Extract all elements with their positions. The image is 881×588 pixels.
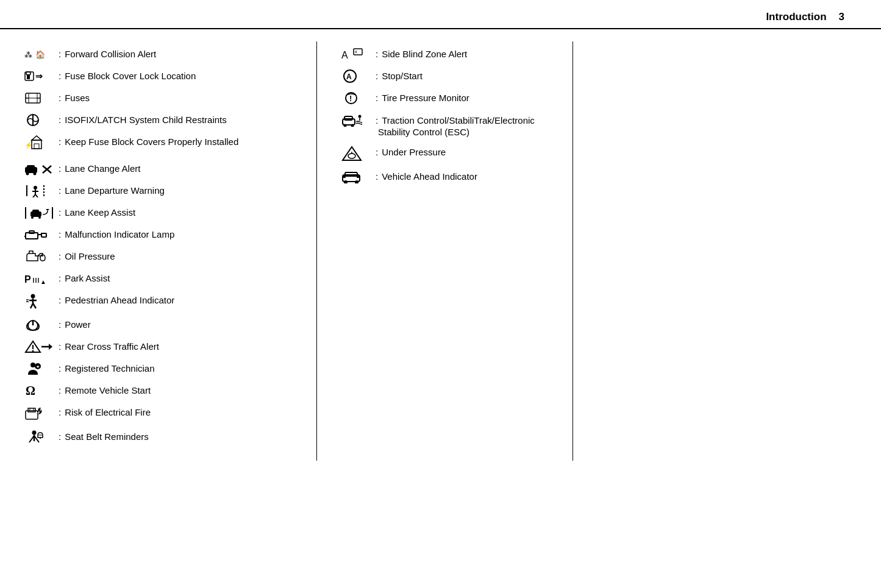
header-title: Introduction bbox=[766, 11, 826, 23]
fuse-block-cover-lock-label: Fuse Block Cover Lock Location bbox=[65, 69, 196, 82]
list-item: : Lane Change Alert bbox=[24, 162, 292, 175]
svg-text:⁞⁞⁞: ⁞⁞⁞ bbox=[32, 277, 40, 284]
svg-rect-34 bbox=[32, 210, 39, 213]
header-page: 3 bbox=[839, 11, 844, 23]
colon: : bbox=[59, 362, 61, 375]
lane-change-alert-label: Lane Change Alert bbox=[65, 162, 140, 175]
svg-point-20 bbox=[26, 172, 29, 175]
list-item: Ω : Remote Vehicle Start bbox=[24, 384, 292, 397]
rear-cross-traffic-label: Rear Cross Traffic Alert bbox=[65, 340, 159, 353]
colon: : bbox=[376, 146, 378, 158]
svg-marker-16 bbox=[32, 136, 41, 140]
list-item: : Traction Control/StabiliTrak/Electroni… bbox=[341, 113, 548, 137]
registered-technician-icon: ★ bbox=[24, 362, 57, 375]
colon: : bbox=[59, 113, 61, 126]
svg-rect-17 bbox=[34, 144, 39, 149]
svg-marker-60 bbox=[49, 344, 52, 350]
left-column: ⁂ 🏠 : Forward Collision Alert ⇒ bbox=[0, 41, 317, 461]
svg-point-86 bbox=[358, 115, 362, 118]
lane-change-alert-icon bbox=[24, 162, 57, 175]
oil-pressure-label: Oil Pressure bbox=[65, 250, 115, 263]
svg-text:⇒: ⇒ bbox=[35, 71, 43, 81]
traction-control-label-cont: Stability Control (ESC) bbox=[341, 127, 548, 137]
colon: : bbox=[59, 340, 61, 353]
svg-point-35 bbox=[31, 216, 34, 219]
rear-cross-traffic-icon bbox=[24, 340, 57, 353]
page-container: Introduction 3 ⁂ 🏠 : Forward Collision A… bbox=[0, 0, 881, 588]
park-assist-icon: P ⁞⁞⁞ ▲ bbox=[24, 272, 57, 285]
malfunction-indicator-lamp-label: Malfunction Indicator Lamp bbox=[65, 228, 174, 241]
vehicle-ahead-label: Vehicle Ahead Indicator bbox=[382, 170, 477, 183]
svg-text:!: ! bbox=[349, 94, 352, 103]
tire-pressure-monitor-label: Tire Pressure Monitor bbox=[382, 91, 469, 104]
colon: : bbox=[376, 48, 378, 60]
forward-collision-alert-label: Forward Collision Alert bbox=[65, 48, 156, 60]
traction-control-icon bbox=[341, 113, 374, 127]
svg-rect-66 bbox=[28, 408, 35, 412]
svg-text:Ω: Ω bbox=[26, 384, 35, 397]
tire-pressure-monitor-icon: ! bbox=[341, 91, 374, 105]
forward-collision-alert-icon: ⁂ 🏠 bbox=[24, 48, 57, 61]
malfunction-indicator-lamp-icon bbox=[24, 228, 57, 241]
remote-vehicle-start-label: Remote Vehicle Start bbox=[65, 384, 151, 397]
lane-departure-warning-label: Lane Departure Warning bbox=[65, 184, 165, 197]
svg-text:⁸: ⁸ bbox=[355, 50, 357, 56]
list-item: : Risk of Electrical Fire bbox=[24, 406, 292, 422]
list-item: A ⁸ : Side Blind Zone Alert bbox=[341, 48, 548, 61]
svg-text:⁂: ⁂ bbox=[24, 50, 32, 59]
right-column bbox=[573, 41, 881, 461]
svg-text:▲: ▲ bbox=[40, 278, 46, 285]
colon: : bbox=[59, 272, 61, 285]
colon: : bbox=[59, 318, 61, 331]
seat-belt-label: Seat Belt Reminders bbox=[65, 430, 149, 443]
colon: : bbox=[59, 162, 61, 175]
list-item: P ⁞⁞⁞ ▲ : Park Assist bbox=[24, 272, 292, 285]
svg-rect-95 bbox=[343, 175, 346, 178]
svg-text:P: P bbox=[24, 274, 31, 285]
traction-control-label: Traction Control/StabiliTrak/Electronic bbox=[382, 115, 535, 126]
power-label: Power bbox=[65, 318, 91, 331]
svg-rect-15 bbox=[32, 140, 41, 149]
fuses-label: Fuses bbox=[65, 91, 90, 104]
middle-column: A ⁸ : Side Blind Zone Alert A : Stop bbox=[317, 41, 573, 461]
lane-keep-assist-icon bbox=[24, 206, 57, 219]
risk-electrical-fire-icon bbox=[24, 406, 57, 422]
under-pressure-label: Under Pressure bbox=[382, 146, 446, 158]
isofix-label: ISOFIX/LATCH System Child Restraints bbox=[65, 113, 227, 126]
svg-point-94 bbox=[355, 180, 358, 183]
lane-keep-assist-label: Lane Keep Assist bbox=[65, 206, 135, 219]
seat-belt-icon bbox=[24, 430, 57, 446]
list-item: ★ : Registered Technician bbox=[24, 362, 292, 375]
svg-line-30 bbox=[35, 194, 38, 197]
svg-text:A: A bbox=[341, 50, 348, 60]
remote-vehicle-start-icon: Ω bbox=[24, 384, 57, 397]
pedestrian-ahead-label: Pedestrian Ahead Indicator bbox=[65, 294, 174, 306]
svg-rect-43 bbox=[41, 233, 46, 237]
list-item: : Power bbox=[24, 318, 292, 331]
side-blind-zone-icon: A ⁸ bbox=[341, 48, 374, 61]
page-header: Introduction 3 bbox=[0, 0, 881, 29]
svg-marker-37 bbox=[46, 209, 49, 211]
side-blind-zone-label: Side Blind Zone Alert bbox=[382, 48, 467, 60]
colon: : bbox=[59, 384, 61, 397]
list-item: : Under Pressure bbox=[341, 146, 548, 161]
list-item: : Oil Pressure bbox=[24, 250, 292, 263]
colon: : bbox=[59, 69, 61, 82]
fuses-icon bbox=[24, 91, 57, 105]
list-item: ⚡ : Keep Fuse Block Covers Properly Inst… bbox=[24, 135, 292, 154]
svg-rect-19 bbox=[27, 165, 35, 169]
keep-fuse-label: Keep Fuse Block Covers Properly Installe… bbox=[65, 135, 238, 148]
colon: : bbox=[59, 430, 61, 443]
list-item: : Fuses bbox=[24, 91, 292, 105]
fuse-block-cover-lock-icon: ⇒ bbox=[24, 69, 57, 83]
list-item: : Lane Keep Assist bbox=[24, 206, 292, 219]
risk-electrical-fire-label: Risk of Electrical Fire bbox=[65, 406, 151, 419]
colon: : bbox=[59, 250, 61, 263]
list-item: : Vehicle Ahead Indicator bbox=[341, 170, 548, 183]
colon: : bbox=[59, 206, 61, 219]
colon: : bbox=[376, 91, 378, 104]
under-pressure-icon bbox=[341, 146, 374, 161]
svg-rect-96 bbox=[357, 175, 359, 178]
stop-start-icon: A bbox=[341, 69, 374, 83]
svg-text:A: A bbox=[346, 73, 352, 81]
